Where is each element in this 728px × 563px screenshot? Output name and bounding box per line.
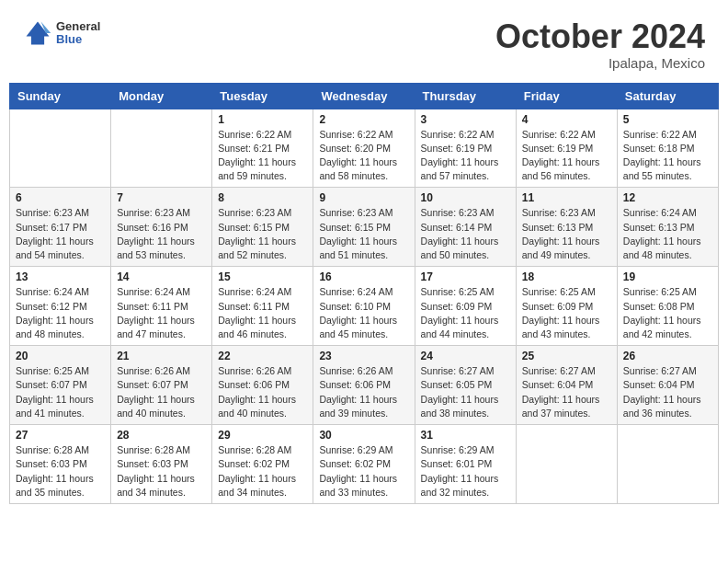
day-number: 8 — [218, 191, 307, 204]
calendar-cell: 20Sunrise: 6:25 AM Sunset: 6:07 PM Dayli… — [10, 346, 111, 425]
logo-blue: Blue — [56, 33, 100, 46]
day-info: Sunrise: 6:26 AM Sunset: 6:07 PM Dayligh… — [117, 364, 206, 420]
title-area: October 2024 Ipalapa, Mexico — [495, 18, 705, 71]
day-number: 5 — [623, 113, 712, 126]
day-number: 24 — [421, 350, 510, 362]
day-info: Sunrise: 6:29 AM Sunset: 6:02 PM Dayligh… — [319, 443, 408, 500]
logo-icon — [23, 18, 52, 48]
calendar-cell: 2Sunrise: 6:22 AM Sunset: 6:20 PM Daylig… — [313, 109, 415, 188]
day-info: Sunrise: 6:24 AM Sunset: 6:13 PM Dayligh… — [623, 206, 712, 262]
day-number: 26 — [623, 350, 712, 362]
calendar-cell: 16Sunrise: 6:24 AM Sunset: 6:10 PM Dayli… — [313, 267, 415, 346]
calendar-cell: 17Sunrise: 6:25 AM Sunset: 6:09 PM Dayli… — [415, 267, 516, 346]
calendar-cell: 11Sunrise: 6:23 AM Sunset: 6:13 PM Dayli… — [516, 188, 617, 267]
day-header-sunday: Sunday — [10, 83, 111, 109]
calendar-cell: 26Sunrise: 6:27 AM Sunset: 6:04 PM Dayli… — [617, 346, 718, 425]
day-info: Sunrise: 6:22 AM Sunset: 6:18 PM Dayligh… — [623, 128, 712, 184]
day-info: Sunrise: 6:26 AM Sunset: 6:06 PM Dayligh… — [218, 364, 307, 420]
day-number: 1 — [218, 113, 307, 126]
day-info: Sunrise: 6:27 AM Sunset: 6:05 PM Dayligh… — [421, 364, 510, 420]
calendar-cell — [617, 425, 718, 504]
day-header-thursday: Thursday — [415, 83, 516, 109]
day-info: Sunrise: 6:23 AM Sunset: 6:17 PM Dayligh… — [16, 206, 105, 262]
calendar-cell: 28Sunrise: 6:28 AM Sunset: 6:03 PM Dayli… — [111, 425, 212, 504]
day-header-tuesday: Tuesday — [212, 83, 313, 109]
calendar-cell: 24Sunrise: 6:27 AM Sunset: 6:05 PM Dayli… — [415, 346, 516, 425]
day-number: 12 — [623, 191, 712, 204]
calendar-cell: 15Sunrise: 6:24 AM Sunset: 6:11 PM Dayli… — [212, 267, 313, 346]
day-number: 4 — [522, 113, 611, 126]
calendar-cell: 30Sunrise: 6:29 AM Sunset: 6:02 PM Dayli… — [313, 425, 415, 504]
calendar-cell: 1Sunrise: 6:22 AM Sunset: 6:21 PM Daylig… — [212, 109, 313, 188]
day-info: Sunrise: 6:23 AM Sunset: 6:15 PM Dayligh… — [319, 206, 408, 262]
calendar-week-row: 13Sunrise: 6:24 AM Sunset: 6:12 PM Dayli… — [10, 267, 719, 346]
svg-marker-0 — [27, 22, 50, 45]
calendar-week-row: 20Sunrise: 6:25 AM Sunset: 6:07 PM Dayli… — [10, 346, 719, 425]
calendar-cell: 4Sunrise: 6:22 AM Sunset: 6:19 PM Daylig… — [516, 109, 617, 188]
day-number: 27 — [16, 429, 105, 442]
day-header-wednesday: Wednesday — [313, 83, 415, 109]
day-info: Sunrise: 6:28 AM Sunset: 6:03 PM Dayligh… — [16, 443, 105, 500]
calendar-cell: 6Sunrise: 6:23 AM Sunset: 6:17 PM Daylig… — [10, 188, 111, 267]
day-number: 18 — [522, 270, 611, 283]
logo-text: General Blue — [56, 20, 100, 47]
day-header-friday: Friday — [516, 83, 617, 109]
day-number: 23 — [319, 350, 408, 362]
calendar-week-row: 6Sunrise: 6:23 AM Sunset: 6:17 PM Daylig… — [10, 188, 719, 267]
calendar-cell — [10, 109, 111, 188]
day-number: 30 — [319, 429, 408, 442]
day-number: 16 — [319, 270, 408, 283]
day-number: 21 — [117, 350, 206, 362]
day-info: Sunrise: 6:24 AM Sunset: 6:11 PM Dayligh… — [117, 285, 206, 341]
day-info: Sunrise: 6:27 AM Sunset: 6:04 PM Dayligh… — [522, 364, 611, 420]
day-info: Sunrise: 6:25 AM Sunset: 6:08 PM Dayligh… — [623, 285, 712, 341]
day-info: Sunrise: 6:23 AM Sunset: 6:15 PM Dayligh… — [218, 206, 307, 262]
day-number: 3 — [421, 113, 510, 126]
calendar-cell: 10Sunrise: 6:23 AM Sunset: 6:14 PM Dayli… — [415, 188, 516, 267]
day-info: Sunrise: 6:28 AM Sunset: 6:03 PM Dayligh… — [117, 443, 206, 500]
calendar-cell: 3Sunrise: 6:22 AM Sunset: 6:19 PM Daylig… — [415, 109, 516, 188]
day-info: Sunrise: 6:22 AM Sunset: 6:19 PM Dayligh… — [522, 128, 611, 184]
day-number: 7 — [117, 191, 206, 204]
calendar-cell: 5Sunrise: 6:22 AM Sunset: 6:18 PM Daylig… — [617, 109, 718, 188]
calendar-table: SundayMondayTuesdayWednesdayThursdayFrid… — [9, 83, 719, 504]
day-header-saturday: Saturday — [617, 83, 718, 109]
page-header: General Blue October 2024 Ipalapa, Mexic… — [9, 9, 719, 75]
day-number: 25 — [522, 350, 611, 362]
day-info: Sunrise: 6:26 AM Sunset: 6:06 PM Dayligh… — [319, 364, 408, 420]
calendar-cell: 14Sunrise: 6:24 AM Sunset: 6:11 PM Dayli… — [111, 267, 212, 346]
calendar-cell: 13Sunrise: 6:24 AM Sunset: 6:12 PM Dayli… — [10, 267, 111, 346]
calendar-cell: 9Sunrise: 6:23 AM Sunset: 6:15 PM Daylig… — [313, 188, 415, 267]
day-info: Sunrise: 6:24 AM Sunset: 6:11 PM Dayligh… — [218, 285, 307, 341]
day-info: Sunrise: 6:23 AM Sunset: 6:16 PM Dayligh… — [117, 206, 206, 262]
day-number: 28 — [117, 429, 206, 442]
calendar-week-row: 1Sunrise: 6:22 AM Sunset: 6:21 PM Daylig… — [10, 109, 719, 188]
month-title: October 2024 — [495, 18, 705, 55]
day-number: 31 — [421, 429, 510, 442]
calendar-cell: 23Sunrise: 6:26 AM Sunset: 6:06 PM Dayli… — [313, 346, 415, 425]
day-info: Sunrise: 6:22 AM Sunset: 6:21 PM Dayligh… — [218, 128, 307, 184]
day-info: Sunrise: 6:23 AM Sunset: 6:13 PM Dayligh… — [522, 206, 611, 262]
day-number: 29 — [218, 429, 307, 442]
calendar-cell: 7Sunrise: 6:23 AM Sunset: 6:16 PM Daylig… — [111, 188, 212, 267]
calendar-cell — [516, 425, 617, 504]
logo: General Blue — [23, 18, 100, 48]
calendar-cell: 12Sunrise: 6:24 AM Sunset: 6:13 PM Dayli… — [617, 188, 718, 267]
calendar-cell: 29Sunrise: 6:28 AM Sunset: 6:02 PM Dayli… — [212, 425, 313, 504]
day-info: Sunrise: 6:27 AM Sunset: 6:04 PM Dayligh… — [623, 364, 712, 420]
day-number: 6 — [16, 191, 105, 204]
day-info: Sunrise: 6:25 AM Sunset: 6:07 PM Dayligh… — [16, 364, 105, 420]
calendar-cell: 22Sunrise: 6:26 AM Sunset: 6:06 PM Dayli… — [212, 346, 313, 425]
day-info: Sunrise: 6:28 AM Sunset: 6:02 PM Dayligh… — [218, 443, 307, 500]
calendar-cell: 21Sunrise: 6:26 AM Sunset: 6:07 PM Dayli… — [111, 346, 212, 425]
calendar-cell: 18Sunrise: 6:25 AM Sunset: 6:09 PM Dayli… — [516, 267, 617, 346]
location: Ipalapa, Mexico — [495, 55, 705, 71]
day-info: Sunrise: 6:22 AM Sunset: 6:20 PM Dayligh… — [319, 128, 408, 184]
day-info: Sunrise: 6:24 AM Sunset: 6:12 PM Dayligh… — [16, 285, 105, 341]
day-number: 14 — [117, 270, 206, 283]
calendar-cell: 25Sunrise: 6:27 AM Sunset: 6:04 PM Dayli… — [516, 346, 617, 425]
day-info: Sunrise: 6:25 AM Sunset: 6:09 PM Dayligh… — [522, 285, 611, 341]
calendar-cell: 31Sunrise: 6:29 AM Sunset: 6:01 PM Dayli… — [415, 425, 516, 504]
day-number: 17 — [421, 270, 510, 283]
day-number: 9 — [319, 191, 408, 204]
